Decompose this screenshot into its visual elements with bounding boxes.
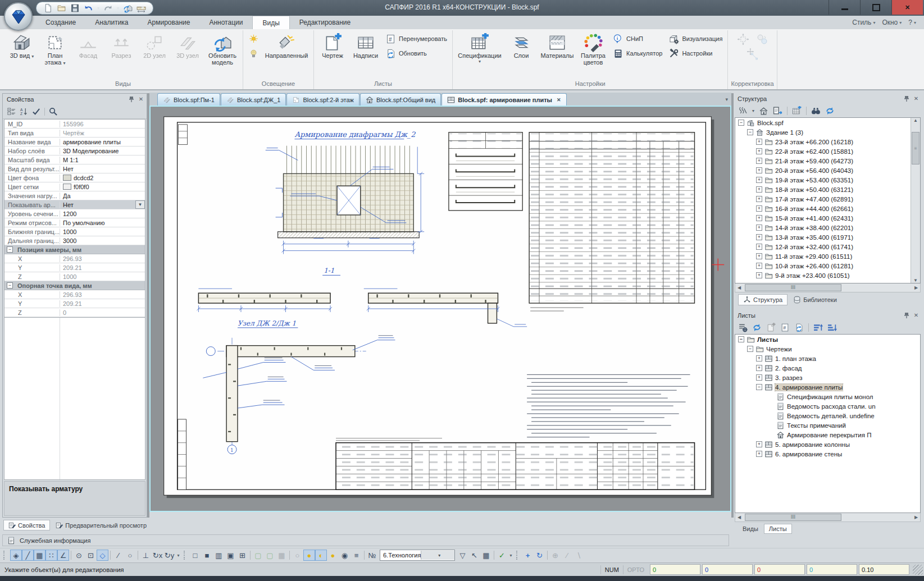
button-adjust-blend[interactable] [753,32,772,47]
toolbar-button[interactable] [494,551,494,560]
toolbar-button[interactable]: ↻y [163,550,175,561]
toolbar-button[interactable] [250,551,251,560]
search-icon[interactable] [49,107,57,116]
open-file-icon[interactable] [57,3,66,13]
toolbar-button[interactable]: ● [303,550,315,561]
property-row[interactable]: − Режим отрисов... По умолчанию ▼ [4,218,145,227]
dropdown-arrow-icon[interactable]: ▼ [135,200,145,209]
menu-tab[interactable]: Армирование [138,16,200,29]
coordinate-field[interactable]: 0 [807,564,857,575]
toolbar-button[interactable]: □ [189,550,201,561]
expand-icon[interactable] [756,225,762,231]
tree-item-building[interactable]: Здание 1 (3) [735,127,920,137]
document-tab[interactable]: Block.spf:Пм-1 ✕ [157,93,220,106]
tree-item-floor[interactable]: 18-й этаж +50.400 (63121) [735,185,920,194]
tree-item-root[interactable]: Block.spf [735,118,920,127]
expand-icon[interactable] [756,148,762,154]
toolbar-button[interactable]: ⊡ [85,550,97,561]
expand-icon[interactable] [756,234,762,240]
property-row[interactable]: − X 296.93 ▼ [4,290,145,299]
tree-item-sheet[interactable]: 1. план этажа [735,354,920,363]
tree-item-sheet[interactable]: Армирование перекрытия П [735,430,920,440]
expand-icon[interactable] [756,374,762,381]
button-labels[interactable]: Надписи [350,32,381,60]
filter-dropdown-icon[interactable]: ▾ [752,108,754,113]
expand-icon[interactable] [756,441,762,447]
app-logo[interactable] [4,2,33,31]
sort-down-icon[interactable] [827,323,837,332]
expand-icon[interactable] [756,272,762,278]
toolbar-button[interactable]: ◉ [339,550,351,561]
toolbar-button[interactable]: ■ [201,550,213,561]
group-collapse-icon[interactable]: − [7,246,13,253]
property-row[interactable]: − Название вида армирование плиты ▼ [4,138,145,147]
new-sheet-icon[interactable] [766,323,776,332]
button-options[interactable]: Настройки [666,47,725,60]
expand-icon[interactable] [756,196,762,202]
horizontal-scrollbar[interactable]: ◀⦀⦀▶ [735,283,921,292]
toolbar-button[interactable]: ∖ [573,550,585,561]
property-row[interactable]: − Уровень сечени... 1200 ▼ [4,209,145,218]
property-row[interactable]: − Вид для результ... Нет ▼ [4,164,145,173]
property-row[interactable]: − Цвет фона dcdcd2 ▼ [4,173,145,182]
tree-item-sheet[interactable]: Ведомость расхода стали. un [735,401,920,411]
expand-icon[interactable] [756,139,762,145]
dock-tab[interactable]: Виды [738,524,763,534]
toolbar-button[interactable]: ∕ [112,550,124,561]
property-row[interactable]: − Y 209.21 ▼ [4,299,145,308]
close-panel-icon[interactable]: ✕ [138,96,144,103]
toolbar-button[interactable]: ↻x [152,550,163,561]
toolbar-button[interactable]: № [366,550,378,561]
collapse-icon[interactable] [738,120,744,126]
button-specifications[interactable]: Спецификации▾ [456,32,504,65]
button-2d-node[interactable]: 2D узел [139,32,170,60]
ortho-indicator[interactable]: ОРТО [623,565,648,574]
toolbar-button[interactable]: ▦ [34,550,45,561]
tree-item-floor[interactable]: 20-й этаж +56.400 (64043) [735,166,920,175]
tree-item-sheet[interactable]: 5. армирование колонны [735,440,920,449]
button-snip[interactable]: СНиП [611,32,664,45]
redo-icon[interactable] [103,3,113,13]
expand-icon[interactable] [747,346,753,352]
minimize-button[interactable] [829,0,860,15]
button-color-palette[interactable]: Палитра цветов [577,32,609,66]
tree-item-sheet[interactable]: 4. армирование плиты [735,382,920,392]
toolbar-button[interactable]: ○ [124,550,136,561]
property-row[interactable]: − Опорная точка вида, мм ▼ [4,281,145,290]
button-section[interactable]: Разрез [106,32,137,60]
pin-icon[interactable] [128,96,135,103]
menu-tab[interactable]: Аналитика [85,16,138,29]
button-ambient-light[interactable] [246,32,261,45]
renumber-icon[interactable] [780,323,790,332]
toolbar-button[interactable]: ✓ [496,550,508,561]
toolbar-button[interactable]: ● [327,550,339,561]
toolbar-button[interactable]: ↖ [468,550,480,561]
sort-up-icon[interactable] [813,323,823,332]
close-panel-icon[interactable]: ✕ [913,312,920,319]
document-tab[interactable]: Block.spf:Общий вид ✕ [360,93,441,106]
toolbar-button[interactable]: ⊞ [236,550,248,561]
tree-item-floor[interactable]: 23-й этаж +66.200 (16218) [735,137,920,147]
toolbar-button[interactable]: ⊕ [549,550,561,561]
menu-tab[interactable]: Редактирование [290,16,360,29]
horizontal-scrollbar[interactable]: ◀⦀⦀▶ [735,513,921,522]
button-update-model[interactable]: Обновить модель [205,32,240,66]
property-row[interactable]: − M_ID 155996 ▼ [4,120,145,129]
tree-item-floor[interactable]: 11-й этаж +29.400 (61511) [735,251,920,261]
expand-icon[interactable] [756,215,762,221]
dock-tab[interactable]: Библиотеки [789,294,841,305]
sort-az-icon[interactable] [20,107,28,116]
service-info-bar[interactable]: Служебная информация [2,534,729,546]
expand-icon[interactable] [756,384,762,390]
toolbar-button[interactable]: ▦ [276,550,288,561]
toolbar-button[interactable] [71,551,71,560]
undo-dropdown-icon[interactable]: ▾ [97,6,99,11]
expand-icon[interactable] [756,186,762,193]
tree-item-floor[interactable]: 17-й этаж +47.400 (62891) [735,194,920,204]
menu-tab[interactable]: Создание [36,16,85,29]
button-visualization[interactable]: Визуализация [666,32,725,45]
tree-item-floor[interactable]: 16-й этаж +44.400 (62661) [735,204,920,213]
button-3d-view[interactable]: 3D вид ▾ [6,32,38,60]
toolbar-button[interactable]: ╱ [22,550,34,561]
coordinate-field[interactable]: 0 [702,564,753,575]
